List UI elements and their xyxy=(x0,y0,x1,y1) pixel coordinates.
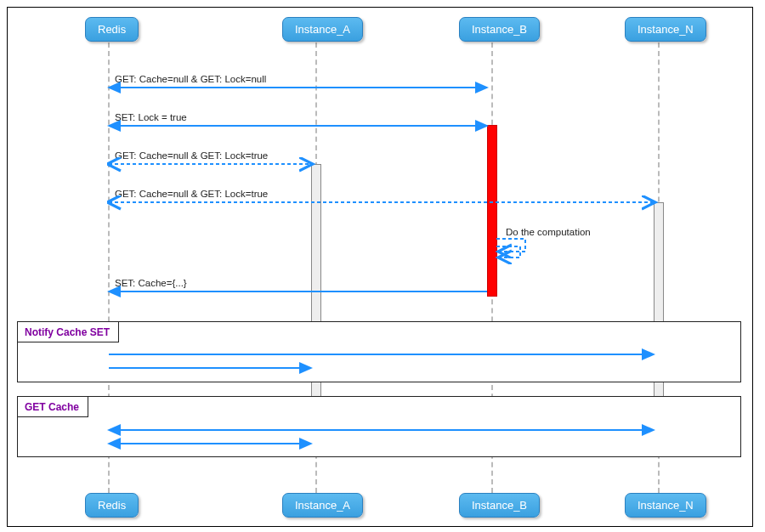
group-notify-title: Notify Cache SET xyxy=(18,322,119,342)
participant-n-top: Instance_N xyxy=(625,17,706,42)
label: Instance_B xyxy=(472,23,527,36)
label: Redis xyxy=(98,23,126,36)
participant-redis-bottom: Redis xyxy=(85,493,139,518)
activation-b xyxy=(487,125,497,297)
participant-b-top: Instance_B xyxy=(459,17,540,42)
group-getcache: GET Cache xyxy=(17,396,741,457)
label: Instance_A xyxy=(295,23,350,36)
label: Redis xyxy=(98,499,126,512)
participant-redis-top: Redis xyxy=(85,17,139,42)
participant-n-bottom: Instance_N xyxy=(625,493,706,518)
msg-3: GET: Cache=null & GET: Lock=true xyxy=(115,150,268,161)
msg-5: Do the computation xyxy=(506,227,591,237)
label: Instance_N xyxy=(638,499,694,512)
label: Instance_N xyxy=(638,23,694,36)
msg-1: GET: Cache=null & GET: Lock=null xyxy=(115,74,266,84)
label: Instance_B xyxy=(472,499,527,512)
label: Instance_A xyxy=(295,499,350,512)
msg-4: GET: Cache=null & GET: Lock=true xyxy=(115,189,268,199)
group-notify: Notify Cache SET xyxy=(17,321,741,382)
msg-2: SET: Lock = true xyxy=(115,112,187,122)
msg-6: SET: Cache={...} xyxy=(115,278,187,288)
sequence-diagram: Redis Instance_A Instance_B Instance_N N… xyxy=(0,0,765,532)
participant-a-bottom: Instance_A xyxy=(282,493,363,518)
group-getcache-title: GET Cache xyxy=(18,397,88,417)
participant-a-top: Instance_A xyxy=(282,17,363,42)
participant-b-bottom: Instance_B xyxy=(459,493,540,518)
